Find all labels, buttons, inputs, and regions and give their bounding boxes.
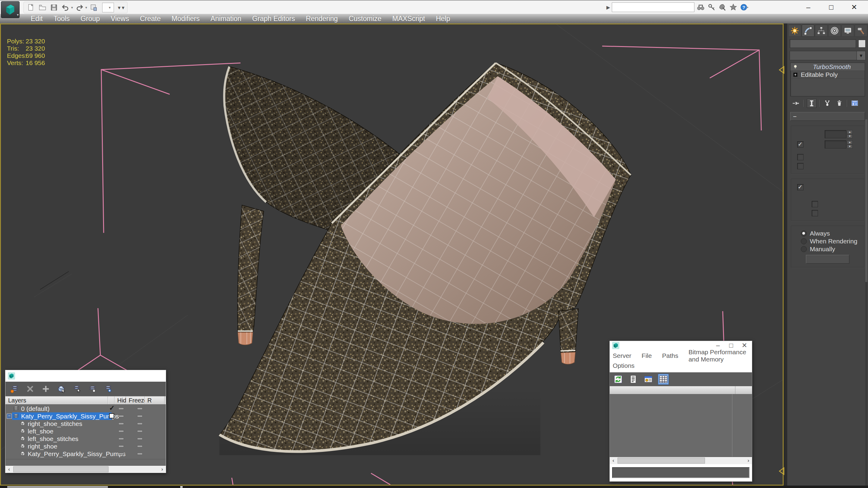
layer-row-right-shoe-stitches[interactable]: right_shoe_stitches [5, 420, 166, 427]
freeze-toggle[interactable] [137, 438, 142, 440]
freeze-toggle[interactable] [137, 430, 142, 432]
always-radio[interactable] [801, 230, 807, 236]
scrollbar-thumb[interactable] [618, 458, 705, 464]
scrollbar-thumb[interactable] [13, 466, 108, 472]
freeze-toggle[interactable] [137, 415, 142, 417]
menu-help[interactable]: Help [430, 15, 456, 23]
minimize-icon[interactable]: – [797, 1, 820, 13]
close-icon[interactable]: ✕ [843, 1, 866, 13]
asset-menu-options[interactable]: Options [613, 362, 634, 369]
hide-toggle[interactable] [119, 446, 124, 447]
qat-undo-icon[interactable] [61, 3, 70, 12]
manually-radio[interactable] [801, 246, 807, 252]
maximize-icon[interactable]: □ [820, 1, 843, 13]
scroll-right-icon[interactable]: › [158, 466, 166, 472]
chevron-down-icon[interactable]: ▾ [85, 5, 87, 10]
render-iters-checkbox[interactable] [797, 141, 804, 148]
menu-animation[interactable]: Animation [205, 15, 247, 23]
select-by-layer-icon[interactable] [72, 384, 83, 394]
hide-toggle[interactable] [119, 423, 124, 424]
help-circle-icon[interactable]: ? [739, 2, 749, 12]
make-unique-icon[interactable] [823, 99, 832, 107]
panel-collapse-arrow-bottom[interactable] [778, 467, 785, 475]
tab-create[interactable] [788, 25, 801, 37]
table-view-icon[interactable] [658, 374, 669, 385]
hide-toggle[interactable] [119, 415, 124, 417]
layer-row-left-shoe[interactable]: left_shoe [5, 427, 166, 435]
layer-row-right-shoe[interactable]: right_shoe [5, 443, 166, 450]
remove-modifier-icon[interactable] [835, 99, 844, 107]
show-end-result-icon[interactable] [807, 99, 816, 108]
layer-dialog-titlebar[interactable] [5, 370, 166, 382]
explicit-normals-checkbox[interactable] [797, 163, 804, 169]
favorites-star-icon[interactable] [728, 2, 738, 12]
menu-customize[interactable]: Customize [343, 15, 387, 23]
render-iters-field[interactable] [825, 140, 846, 149]
menu-modifiers[interactable]: Modifiers [166, 15, 205, 23]
menu-views[interactable]: Views [105, 15, 134, 23]
toolbar-overflow-icon[interactable]: ▼▼ [117, 5, 125, 10]
layer-properties-icon[interactable] [103, 384, 114, 394]
delete-layer-icon[interactable] [25, 384, 36, 394]
scroll-left-icon[interactable]: ‹ [5, 466, 13, 472]
qat-project-toggle-icon[interactable] [89, 3, 98, 12]
layer-row-katy-perry-sparkly-sissy-pumps[interactable]: Katy_Perry_Sparkly_Sissy_Pumps [5, 450, 166, 458]
tab-utilities[interactable] [855, 25, 867, 37]
turbosmooth-rollout-header[interactable]: − [790, 112, 865, 121]
scrollbar-thumb[interactable] [865, 119, 867, 282]
freeze-toggle[interactable] [137, 446, 142, 447]
column-current[interactable] [108, 396, 115, 404]
panel-divider[interactable] [784, 24, 787, 488]
configure-modifier-sets-icon[interactable] [850, 99, 859, 107]
scroll-right-icon[interactable]: › [745, 458, 752, 464]
new-layer-icon[interactable] [9, 384, 20, 394]
when-rendering-radio[interactable] [801, 238, 807, 244]
tab-display[interactable] [841, 25, 854, 37]
freeze-toggle[interactable] [137, 423, 142, 424]
menu-group[interactable]: Group [75, 15, 105, 23]
asset-menu-paths[interactable]: Paths [662, 352, 678, 359]
smoothing-groups-checkbox[interactable] [812, 210, 818, 216]
qat-open-file-icon[interactable] [38, 3, 47, 12]
panel-collapse-arrow-top[interactable] [778, 66, 785, 74]
chevron-down-icon[interactable]: ▾ [71, 5, 73, 10]
qat-new-scene-icon[interactable] [26, 3, 36, 12]
infocenter-expander-icon[interactable]: ▶ [607, 4, 610, 10]
menu-maxscript[interactable]: MAXScript [387, 15, 431, 23]
report-view-icon[interactable] [628, 374, 639, 385]
qat-save-file-icon[interactable] [49, 3, 59, 12]
modifier-list-dropdown[interactable]: ▼ [789, 51, 866, 60]
column-layers[interactable]: Layers [5, 396, 108, 404]
layer-hscrollbar[interactable]: ‹ › [5, 465, 166, 473]
set-current-layer-icon[interactable] [87, 384, 98, 394]
hide-toggle[interactable] [119, 453, 124, 455]
layer-row-katy-perry-sparkly-sissy-pumps[interactable]: −Katy_Perry_Sparkly_Sissy_Pumps [5, 412, 166, 420]
communication-center-icon[interactable] [717, 2, 727, 12]
selected-layer-box-icon[interactable] [109, 413, 114, 418]
materials-checkbox[interactable] [812, 201, 818, 207]
properties-icon[interactable] [643, 374, 654, 385]
hide-toggle[interactable] [119, 438, 124, 440]
search-binoculars-icon[interactable] [695, 2, 706, 12]
tab-motion[interactable] [828, 25, 841, 37]
menu-graph-editors[interactable]: Graph Editors [247, 15, 301, 23]
qat-redo-icon[interactable] [75, 3, 84, 12]
column-name[interactable] [610, 386, 735, 394]
column-status[interactable] [735, 386, 752, 394]
hide-toggle[interactable] [119, 408, 124, 410]
refresh-icon[interactable] [613, 374, 624, 385]
render-iters-spinner[interactable]: ▲▼ [847, 140, 852, 149]
menu-tools[interactable]: Tools [48, 15, 75, 23]
pin-stack-icon[interactable] [792, 99, 801, 107]
iterations-field[interactable] [825, 130, 846, 138]
select-by-object-icon[interactable] [56, 384, 67, 394]
application-menu-button[interactable]: ▾ [1, 1, 20, 18]
menu-rendering[interactable]: Rendering [301, 15, 343, 23]
asset-hscrollbar[interactable]: ‹ › [610, 457, 752, 464]
freeze-toggle[interactable] [137, 453, 142, 455]
isoline-display-checkbox[interactable] [797, 154, 804, 160]
command-panel-scrollbar[interactable] [865, 119, 867, 486]
menu-edit[interactable]: Edit [25, 15, 48, 23]
stack-item-turbosmooth[interactable]: TurboSmooth [790, 63, 865, 71]
search-input[interactable] [612, 2, 694, 12]
